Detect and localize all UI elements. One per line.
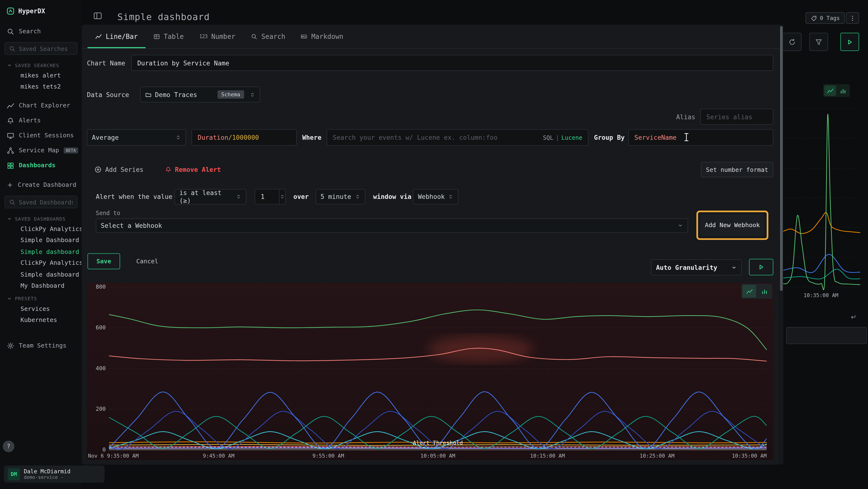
add-series-button[interactable]: Add Series xyxy=(94,162,144,177)
tab-markdown[interactable]: Markdown xyxy=(293,25,351,48)
where-search-input[interactable] xyxy=(333,134,543,141)
return-arrow-icon xyxy=(849,314,857,321)
refresh-button[interactable] xyxy=(783,33,802,51)
tab-search[interactable]: Search xyxy=(243,25,293,48)
svg-text:800: 800 xyxy=(96,284,105,290)
chart-name-label: Chart Name xyxy=(87,55,125,71)
refresh-icon xyxy=(788,38,796,46)
svg-text:600: 600 xyxy=(96,324,105,331)
sidebar-item-chart-explorer[interactable]: Chart Explorer xyxy=(0,98,82,113)
main-area: Simple dashboard 0 Tags 10:35:00 AM xyxy=(82,0,868,489)
line-view-button[interactable] xyxy=(742,285,756,297)
alias-label: Alias xyxy=(659,109,695,125)
saved-dashboard-item-active[interactable]: Simple dashboard xyxy=(0,246,82,257)
plus-circle-icon xyxy=(94,166,102,173)
alert-channel-select[interactable]: Webhook xyxy=(413,189,458,204)
saved-dashboards-search[interactable] xyxy=(4,196,78,208)
help-button[interactable]: ? xyxy=(3,440,14,452)
where-label: Where xyxy=(302,129,321,146)
tab-table[interactable]: Table xyxy=(145,25,191,48)
alert-threshold-input[interactable] xyxy=(261,193,279,201)
data-source-select[interactable]: Demo Traces Schema xyxy=(140,86,260,103)
alert-window-select[interactable]: 5 minute xyxy=(316,189,366,204)
sidebar-item-dashboards[interactable]: Dashboards xyxy=(0,158,82,173)
user-subtitle: demo-service - xyxy=(24,474,71,480)
set-number-format-button[interactable]: Set number format xyxy=(701,162,774,177)
bar-view-button[interactable] xyxy=(757,285,771,297)
remove-alert-button[interactable]: Remove Alert xyxy=(165,162,221,177)
saved-searches-search[interactable] xyxy=(4,42,78,55)
modal-scrollbar[interactable] xyxy=(779,25,783,464)
granularity-select[interactable]: Auto Granularity xyxy=(651,259,742,276)
svg-text:9:55:00 AM: 9:55:00 AM xyxy=(312,453,344,459)
save-button[interactable]: Save xyxy=(88,253,120,269)
saved-dashboards-input[interactable] xyxy=(19,199,73,205)
bar-chart-icon xyxy=(840,87,846,94)
svg-text:9:45:00 AM: 9:45:00 AM xyxy=(203,453,235,459)
filter-button[interactable] xyxy=(809,33,828,51)
add-new-webhook-button[interactable]: Add New Webhook xyxy=(700,214,764,236)
query-language-toggle[interactable]: SQL|Lucene xyxy=(543,134,583,141)
svg-text:200: 200 xyxy=(96,406,105,412)
saved-search-item[interactable]: mikes tets2 xyxy=(0,81,82,92)
create-dashboard-button[interactable]: Create Dashboard xyxy=(0,177,82,192)
run-query-button[interactable] xyxy=(840,33,859,51)
background-chart-toggles xyxy=(823,84,850,97)
sidebar-collapse-icon[interactable] xyxy=(93,11,102,21)
preset-item[interactable]: Kubernetes xyxy=(0,315,82,326)
avatar: DM xyxy=(8,468,20,480)
number-stepper[interactable] xyxy=(279,190,285,204)
run-chart-button[interactable] xyxy=(749,259,773,276)
svg-text:0: 0 xyxy=(102,447,106,453)
more-menu-button[interactable] xyxy=(846,12,859,24)
line-view-button[interactable] xyxy=(824,85,836,96)
text-cursor xyxy=(683,133,690,142)
brand[interactable]: HyperDX xyxy=(0,0,82,18)
saved-dashboard-item[interactable]: ClickPy Analytics xyxy=(0,223,82,235)
chevron-down-icon xyxy=(678,223,683,228)
cancel-button[interactable]: Cancel xyxy=(131,253,164,269)
updown-chevron-icon xyxy=(279,194,285,200)
bar-view-button[interactable] xyxy=(837,85,848,96)
alias-input[interactable] xyxy=(707,113,768,120)
duration-line-chart: Alert Threshold0200400600800Nov 6 9:35:0… xyxy=(87,283,773,460)
chart-name-input[interactable] xyxy=(137,59,767,67)
alert-threshold-field xyxy=(255,189,286,204)
alias-field xyxy=(700,109,773,125)
preset-item[interactable]: Services xyxy=(0,303,82,315)
saved-searches-section-header[interactable]: SAVED SEARCHES xyxy=(0,58,82,70)
group-by-input[interactable] xyxy=(634,134,767,141)
webhook-select[interactable]: Select a Webhook xyxy=(96,219,688,233)
saved-dashboard-item[interactable]: Simple dashboard xyxy=(0,269,82,280)
sidebar-item-alerts[interactable]: Alerts xyxy=(0,113,82,128)
scrollbar-thumb[interactable] xyxy=(780,26,783,291)
tab-line-bar[interactable]: Line/Bar xyxy=(88,25,146,48)
aggregation-select[interactable]: Average xyxy=(87,129,186,146)
sidebar-item-client-sessions[interactable]: Client Sessions xyxy=(0,128,82,143)
add-new-webhook-highlight: Add New Webhook xyxy=(696,210,768,240)
tags-button[interactable]: 0 Tags xyxy=(806,12,845,24)
field-expression[interactable]: Duration/1000000 xyxy=(191,129,297,146)
search-icon xyxy=(9,45,16,52)
over-label: over xyxy=(293,189,309,204)
chart-name-field xyxy=(131,55,773,71)
saved-dashboard-item[interactable]: Simple Dashboard xyxy=(0,235,82,246)
schema-badge[interactable]: Schema xyxy=(217,90,244,98)
saved-dashboard-item[interactable]: ClickPy Analytics xyxy=(0,257,82,269)
saved-dashboard-item[interactable]: My Dashboard xyxy=(0,280,82,292)
monitor-icon xyxy=(7,132,14,139)
saved-dashboards-section-header[interactable]: SAVED DASHBOARDS xyxy=(0,212,82,223)
kebab-menu-icon xyxy=(849,15,856,22)
saved-searches-input[interactable] xyxy=(19,45,73,52)
presets-section-header[interactable]: PRESETS xyxy=(0,292,82,303)
sidebar-item-service-map[interactable]: Service Map BETA xyxy=(0,143,82,158)
saved-search-item[interactable]: mikes alert xyxy=(0,70,82,81)
user-menu[interactable]: DM Dale McDiarmid demo-service - xyxy=(4,466,105,483)
tab-number[interactable]: 123 Number xyxy=(191,25,243,48)
app-window: HyperDX Search SAVED SEARCHES mikes aler… xyxy=(0,0,868,489)
alert-condition-select[interactable]: is at least (≥) xyxy=(174,189,246,204)
sidebar-item-team-settings[interactable]: Team Settings xyxy=(0,338,82,353)
line-chart-icon xyxy=(746,288,753,295)
svg-text:10:15:00 AM: 10:15:00 AM xyxy=(530,453,565,459)
sidebar-item-search[interactable]: Search xyxy=(0,24,82,39)
